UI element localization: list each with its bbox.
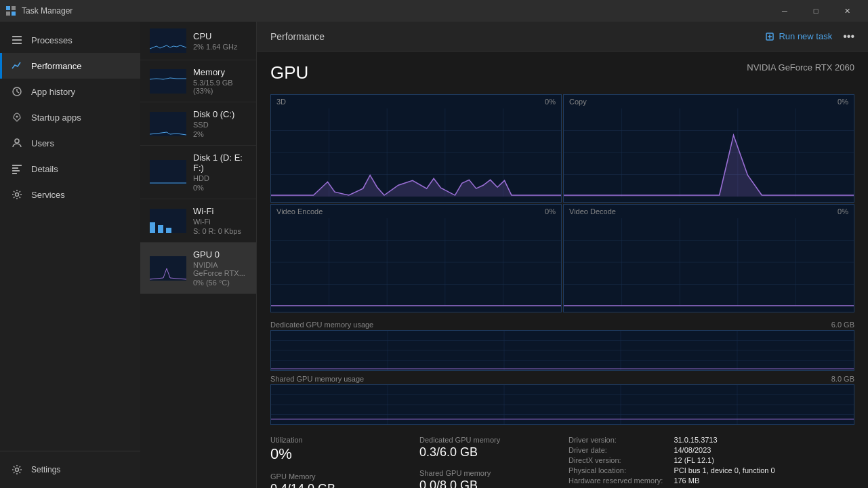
perf-item-wifi[interactable]: Wi-Fi Wi-Fi S: 0 R: 0 Kbps <box>140 199 256 243</box>
rocket-icon <box>11 111 23 123</box>
driver-location-val: PCI bus 1, device 0, function 0 <box>674 466 854 474</box>
perf-sidebar: CPU 2% 1.64 GHz Memory 5.3/15.9 GB (33%) <box>140 22 257 488</box>
charts-grid-top: 3D 0% <box>270 94 854 203</box>
stats-col2: Dedicated GPU memory 0.3/6.0 GB Shared G… <box>419 436 555 488</box>
svg-rect-2 <box>6 12 10 16</box>
disk0-mini-svg <box>150 112 186 136</box>
perf-item-memory[interactable]: Memory 5.3/15.9 GB (33%) <box>140 60 256 102</box>
sidebar-item-startup-apps[interactable]: Startup apps <box>0 104 140 130</box>
disk1-sub1: HDD <box>193 174 247 182</box>
gpu-header: GPU NVIDIA GeForce RTX 2060 <box>270 62 854 83</box>
disk0-info: Disk 0 (C:) SSD 2% <box>193 109 247 138</box>
sidebar-item-app-history-label: App history <box>31 87 75 97</box>
more-options-button[interactable]: ••• <box>843 30 854 43</box>
disk0-mini-chart <box>150 112 186 136</box>
svg-rect-20 <box>166 228 171 233</box>
gpu0-mini-svg <box>150 256 186 281</box>
chart-decode-svg <box>564 218 854 306</box>
close-button[interactable]: ✕ <box>831 0 863 22</box>
perf-item-cpu[interactable]: CPU 2% 1.64 GHz <box>140 22 256 60</box>
svg-rect-12 <box>12 165 22 166</box>
wifi-mini-svg <box>150 209 186 233</box>
driver-directx-val: 12 (FL 12.1) <box>674 456 854 464</box>
dedicated-mem-section: Dedicated GPU memory usage 6.0 GB <box>270 318 854 371</box>
chart-encode-value: 0% <box>545 207 556 216</box>
dedicated-mem-stat-value: 0.3/6.0 GB <box>419 445 555 460</box>
svg-marker-39 <box>564 135 854 197</box>
shared-mem-label: Shared GPU memory usage <box>270 375 364 383</box>
sidebar-item-services[interactable]: Services <box>0 182 140 207</box>
svg-rect-14 <box>12 170 20 171</box>
sidebar-item-details[interactable]: Details <box>0 156 140 182</box>
maximize-button[interactable]: □ <box>800 0 831 22</box>
memory-name: Memory <box>193 67 247 77</box>
svg-point-11 <box>15 139 19 143</box>
stats-col1: Utilization 0% GPU Memory 0.4/14.0 GB GP… <box>270 436 406 488</box>
chart-encode-labels: Video Encode 0% <box>271 205 561 218</box>
dedicated-mem-svg <box>271 331 854 370</box>
sidebar-item-users[interactable]: Users <box>0 130 140 156</box>
memory-mini-svg <box>150 69 186 94</box>
list-icon <box>11 34 23 46</box>
dedicated-mem-labels: Dedicated GPU memory usage 6.0 GB <box>270 318 854 330</box>
right-panel: Performance Run new task ••• GPU NVIDIA … <box>257 22 868 488</box>
cpu-sub: 2% 1.64 GHz <box>193 43 247 51</box>
driver-date-val: 14/08/2023 <box>674 446 854 454</box>
gpu-memory-stat: GPU Memory 0.4/14.0 GB <box>270 472 406 488</box>
utilization-stat: Utilization 0% <box>270 436 406 463</box>
sidebar-item-processes[interactable]: Processes <box>0 27 140 53</box>
gpu-content: GPU NVIDIA GeForce RTX 2060 3D 0% <box>257 52 868 488</box>
sidebar-item-processes-label: Processes <box>31 35 73 45</box>
run-new-task-button[interactable]: Run new task <box>765 31 832 41</box>
chart-copy-label: Copy <box>569 98 587 106</box>
dedicated-mem-stat-label: Dedicated GPU memory <box>419 436 555 444</box>
sidebar-item-settings[interactable]: Settings <box>11 460 129 480</box>
svg-rect-4 <box>12 36 22 37</box>
disk0-sub2: 2% <box>193 130 247 138</box>
disk1-name: Disk 1 (D: E: F:) <box>193 152 247 173</box>
user-icon <box>11 137 23 149</box>
svg-line-9 <box>17 92 19 93</box>
disk0-sub1: SSD <box>193 121 247 129</box>
dedicated-mem-label: Dedicated GPU memory usage <box>270 321 373 329</box>
settings-label: Settings <box>31 465 60 474</box>
sidebar-item-performance[interactable]: Performance <box>0 53 140 79</box>
title-bar: Task Manager ─ □ ✕ <box>0 0 868 22</box>
chart-copy-value: 0% <box>838 98 848 106</box>
minimize-button[interactable]: ─ <box>769 0 800 22</box>
svg-rect-1 <box>12 6 16 10</box>
svg-point-17 <box>16 468 19 472</box>
stats-col3: Driver version: 31.0.15.3713 Driver date… <box>569 436 854 488</box>
cpu-name: CPU <box>193 31 247 41</box>
main-container: Processes Performance Ap <box>0 22 868 488</box>
gpu-memory-value: 0.4/14.0 GB <box>270 482 406 488</box>
gpu0-info: GPU 0 NVIDIA GeForce RTX... 0% (56 °C) <box>193 249 247 287</box>
perf-item-gpu0[interactable]: GPU 0 NVIDIA GeForce RTX... 0% (56 °C) <box>140 243 256 294</box>
disk1-mini-chart <box>150 160 186 184</box>
chart-icon <box>11 60 23 72</box>
stats-grid: Utilization 0% GPU Memory 0.4/14.0 GB GP… <box>270 436 854 488</box>
driver-reserved-val: 176 MB <box>674 476 854 485</box>
gpu-model: NVIDIA GeForce RTX 2060 <box>747 62 854 73</box>
chart-decode-label: Video Decode <box>569 207 616 216</box>
svg-marker-31 <box>271 175 561 197</box>
sidebar-footer: Settings <box>0 451 140 488</box>
perf-item-disk1[interactable]: Disk 1 (D: E: F:) HDD 0% <box>140 146 256 199</box>
perf-item-disk0[interactable]: Disk 0 (C:) SSD 2% <box>140 102 256 146</box>
chart-decode-value: 0% <box>838 207 848 216</box>
wifi-sub: Wi-Fi <box>193 218 247 226</box>
disk0-name: Disk 0 (C:) <box>193 109 247 119</box>
run-new-task-label: Run new task <box>779 31 832 41</box>
chart-3d-svg <box>271 108 561 197</box>
gear-icon <box>11 464 23 476</box>
sidebar-item-app-history[interactable]: App history <box>0 79 140 104</box>
shared-mem-chart <box>270 384 854 425</box>
chart-copy-svg <box>564 108 854 197</box>
svg-point-10 <box>16 116 18 118</box>
run-task-icon <box>765 32 774 41</box>
disk1-info: Disk 1 (D: E: F:) HDD 0% <box>193 152 247 192</box>
title-bar-controls: ─ □ ✕ <box>769 0 863 22</box>
gpu0-name: GPU 0 <box>193 249 247 260</box>
driver-info-grid: Driver version: 31.0.15.3713 Driver date… <box>569 436 854 485</box>
shared-mem-stat-label: Shared GPU memory <box>419 469 555 477</box>
